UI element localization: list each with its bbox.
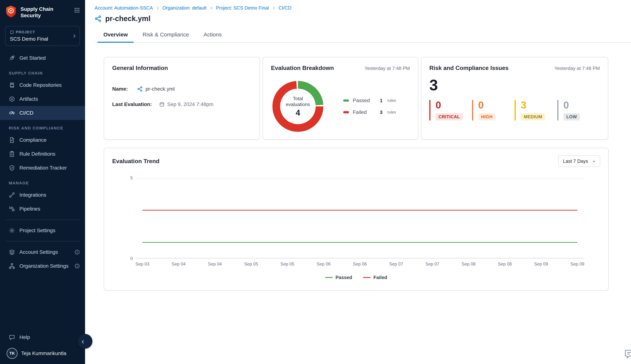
evaluation-breakdown-card: Evaluation Breakdown Yesterday at 7:48 P… [263, 57, 418, 140]
x-axis-label: Sep 04 [208, 262, 222, 266]
sidebar-item-label: Compliance [20, 137, 47, 143]
stat-value: 0 [478, 100, 515, 110]
donut-center-label: Total evaluations [283, 96, 313, 108]
date-range-value: Last 7 Days [563, 158, 588, 164]
sidebar-section-manage: MANAGE [0, 175, 85, 188]
evaluation-trend-card: Evaluation Trend Last 7 Days 05 Sep 03Se… [104, 148, 609, 290]
sidebar-item-remediation-tracker[interactable]: Remediation Tracker [0, 161, 85, 175]
evaluation-donut-chart: Total evaluations 4 [272, 81, 323, 132]
breadcrumb-account[interactable]: Account: Automation-SSCA [95, 5, 153, 11]
sidebar-item-label: Account Settings [20, 249, 58, 255]
last-evaluation-row: Last Evaluation: Sep 9, 2024 7:48pm [112, 102, 252, 107]
last-evaluation-label: Last Evaluation: [112, 102, 155, 107]
date-range-select[interactable]: Last 7 Days [558, 156, 600, 167]
summary-cards: General Information Name: pr-check.yml [104, 57, 609, 140]
trend-legend-item: Passed [325, 275, 352, 280]
legend-label: Failed [353, 109, 376, 115]
sidebar-item-label: Integrations [20, 192, 46, 198]
sidebar-item-compliance[interactable]: Compliance [0, 133, 85, 147]
sidebar-item-cicd[interactable]: CI/CD [0, 106, 85, 120]
x-axis-label: Sep 07 [425, 262, 439, 266]
x-axis-label: Sep 09 [570, 262, 584, 266]
pipeline-nodes-icon [95, 15, 102, 22]
sidebar-item-label: Pipelines [20, 206, 40, 212]
sidebar-item-code-repositories[interactable]: Code Repositories [0, 78, 85, 92]
sidebar-item-organization-settings[interactable]: Organization Settings [0, 259, 85, 273]
card-timestamp: Yesterday at 7:48 PM [364, 66, 410, 71]
failed-swatch [343, 111, 349, 113]
breadcrumb-organization[interactable]: Organization: default [162, 5, 206, 11]
legend-line-swatch [363, 277, 370, 278]
sidebar-item-help[interactable]: Help [0, 330, 85, 344]
sidebar-item-rule-definitions[interactable]: Rule Definitions [0, 147, 85, 161]
sidebar-item-label: Organization Settings [20, 263, 69, 269]
calendar-icon [159, 102, 165, 107]
repo-icon [9, 82, 15, 88]
severity-badge: CRITICAL [436, 113, 463, 120]
sidebar-item-account-settings[interactable]: Account Settings [0, 245, 85, 259]
legend-unit: rules [387, 110, 396, 114]
sidebar-section-supply-chain: SUPPLY CHAIN [0, 65, 85, 78]
stat-value: 3 [521, 100, 557, 110]
stat-value: 0 [436, 100, 472, 110]
info-icon[interactable] [74, 250, 80, 255]
breadcrumb: Account: Automation-SSCA Organization: d… [95, 5, 631, 11]
infinity-icon [9, 110, 15, 116]
card-title: General Information [112, 65, 168, 72]
project-label: PROJECT [16, 30, 35, 34]
tab-overview[interactable]: Overview [98, 28, 134, 43]
sidebar-collapse-button[interactable]: ‹ [78, 334, 92, 348]
divider [5, 241, 80, 242]
sidebar-item-integrations[interactable]: Integrations [0, 188, 85, 202]
x-axis-label: Sep 07 [389, 262, 403, 266]
x-axis-label: Sep 04 [172, 262, 185, 266]
card-timestamp: Yesterday at 7:48 PM [554, 66, 600, 71]
trend-line-chart: 05 [136, 178, 584, 258]
project-selector[interactable]: PROJECT SCS Demo Final [5, 26, 80, 46]
donut-total: 4 [296, 108, 300, 117]
sidebar-item-label: Code Repositories [20, 82, 62, 88]
sidebar-item-label: CI/CD [20, 110, 33, 116]
name-value: pr-check.yml [146, 86, 175, 92]
legend-item-failed: Failed 3 rules [343, 109, 396, 115]
support-chat-icon[interactable] [624, 348, 631, 359]
x-axis-label: Sep 08 [462, 262, 476, 266]
module-grid-icon[interactable] [74, 7, 80, 13]
info-icon[interactable] [74, 263, 80, 269]
risk-stat-low: 0 LOW [557, 100, 600, 120]
risk-total: 3 [429, 77, 600, 93]
x-axis-label: Sep 06 [353, 262, 367, 266]
sidebar-item-get-started[interactable]: Get Started [0, 51, 85, 65]
trend-legend-item: Failed [363, 275, 387, 280]
x-axis-label: Sep 09 [534, 262, 548, 266]
sidebar: Supply Chain Security PROJECT SCS Demo F… [0, 0, 85, 364]
chevron-right-icon [156, 6, 159, 10]
legend-line-swatch [325, 277, 333, 278]
tab-risk-compliance[interactable]: Risk & Compliance [137, 28, 195, 43]
sidebar-item-project-settings[interactable]: Project Settings [0, 224, 85, 238]
integrations-icon [9, 192, 15, 198]
sidebar-item-artifacts[interactable]: Artifacts [0, 92, 85, 106]
breadcrumb-project[interactable]: Project: SCS Demo Final [216, 5, 269, 11]
sidebar-item-label: Project Settings [20, 228, 55, 234]
user-profile[interactable]: TK Teja Kummarikuntla [0, 344, 85, 359]
x-axis-label: Sep 05 [281, 262, 294, 266]
content: General Information Name: pr-check.yml [85, 43, 631, 290]
legend-unit: rules [387, 98, 396, 103]
x-axis-label: Sep 05 [244, 262, 258, 266]
sidebar-item-pipelines[interactable]: Pipelines [0, 202, 85, 216]
breadcrumb-cicd[interactable]: CI/CD [279, 5, 292, 11]
page-title: pr-check.yml [105, 14, 150, 23]
hexagon-icon [9, 96, 15, 102]
card-title: Evaluation Breakdown [271, 65, 334, 72]
general-information-card: General Information Name: pr-check.yml [104, 57, 260, 140]
legend-item-passed: Passed 1 rules [343, 98, 396, 104]
sidebar-item-label: Get Started [20, 55, 46, 61]
help-chat-icon [9, 334, 15, 340]
tab-actions[interactable]: Actions [198, 28, 228, 43]
severity-badge: HIGH [478, 113, 496, 120]
sidebar-section-risk-and-compliance: RISK AND COMPLIANCE [0, 120, 85, 133]
trend-x-axis-labels: Sep 03Sep 04Sep 04Sep 05Sep 05Sep 06Sep … [136, 262, 584, 269]
x-axis-label: Sep 08 [498, 262, 512, 266]
stat-value: 0 [563, 100, 600, 110]
